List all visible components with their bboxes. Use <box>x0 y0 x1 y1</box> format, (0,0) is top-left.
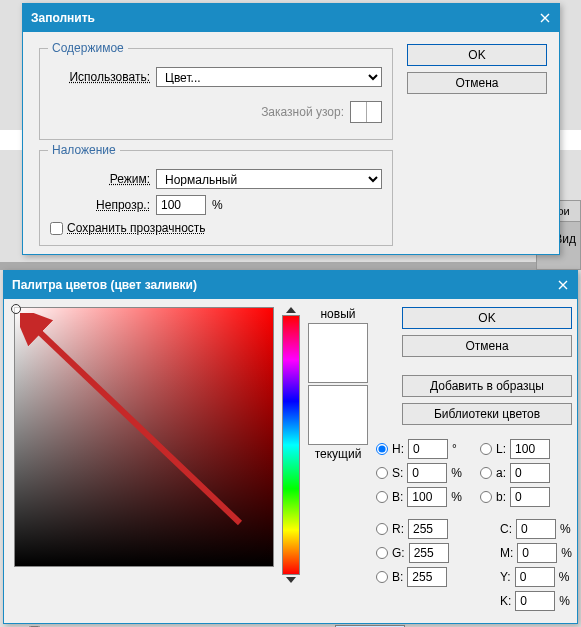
bv-radio[interactable] <box>376 491 388 503</box>
bv-label: B: <box>392 490 403 504</box>
c-label: C: <box>500 522 512 536</box>
new-color-swatch <box>308 323 368 383</box>
lab-b-label: b: <box>496 490 506 504</box>
svg-line-0 <box>32 325 240 523</box>
blend-group: Наложение Режим: Нормальный Непрозр.: % … <box>39 150 393 246</box>
k-label: K: <box>500 594 511 608</box>
cancel-button[interactable]: Отмена <box>407 72 547 94</box>
l-input[interactable] <box>510 439 550 459</box>
lab-b-radio[interactable] <box>480 491 492 503</box>
color-libraries-button[interactable]: Библиотеки цветов <box>402 403 572 425</box>
h-input[interactable] <box>408 439 448 459</box>
m-input[interactable] <box>517 543 557 563</box>
color-picker-dialog: Палитра цветов (цвет заливки) новый теку… <box>3 270 578 624</box>
close-icon[interactable] <box>531 4 559 32</box>
h-label: H: <box>392 442 404 456</box>
g-label: G: <box>392 546 405 560</box>
y-label: Y: <box>500 570 511 584</box>
s-input[interactable] <box>407 463 447 483</box>
ok-button[interactable]: OK <box>407 44 547 66</box>
use-label: Использовать: <box>50 70 150 84</box>
mode-label: Режим: <box>50 172 150 186</box>
g-radio[interactable] <box>376 547 388 559</box>
cancel-button[interactable]: Отмена <box>402 335 572 357</box>
r-input[interactable] <box>408 519 448 539</box>
hue-down-icon <box>286 577 296 583</box>
picker-titlebar: Палитра цветов (цвет заливки) <box>4 271 577 299</box>
close-icon[interactable] <box>549 271 577 299</box>
c-input[interactable] <box>516 519 556 539</box>
opacity-label: Непрозр.: <box>50 198 150 212</box>
fill-dialog: Заполнить Содержимое Использовать: Цвет.… <box>22 3 560 255</box>
k-input[interactable] <box>515 591 555 611</box>
s-radio[interactable] <box>376 467 388 479</box>
preserve-transparency-checkbox[interactable]: Сохранить прозрачность <box>50 221 382 235</box>
r-label: R: <box>392 522 404 536</box>
opacity-unit: % <box>212 198 223 212</box>
l-radio[interactable] <box>480 443 492 455</box>
a-label: a: <box>496 466 506 480</box>
fill-title: Заполнить <box>31 11 531 25</box>
a-radio[interactable] <box>480 467 492 479</box>
b-radio[interactable] <box>376 571 388 583</box>
y-input[interactable] <box>515 567 555 587</box>
h-radio[interactable] <box>376 443 388 455</box>
saturation-value-field[interactable] <box>14 307 274 567</box>
g-input[interactable] <box>409 543 449 563</box>
lab-b-input[interactable] <box>510 487 550 507</box>
r-radio[interactable] <box>376 523 388 535</box>
web-only-checkbox[interactable]: Только Web-цвета <box>16 619 158 627</box>
add-swatch-button[interactable]: Добавить в образцы <box>402 375 572 397</box>
use-select[interactable]: Цвет... <box>156 67 382 87</box>
annotation-arrow-icon <box>20 313 270 563</box>
hue-up-icon <box>286 307 296 313</box>
current-color-swatch[interactable] <box>308 385 368 445</box>
l-label: L: <box>496 442 506 456</box>
bv-input[interactable] <box>407 487 447 507</box>
picker-title: Палитра цветов (цвет заливки) <box>12 278 549 292</box>
s-label: S: <box>392 466 403 480</box>
opacity-input[interactable] <box>156 195 206 215</box>
a-input[interactable] <box>510 463 550 483</box>
blend-legend: Наложение <box>48 143 120 157</box>
pattern-swatch[interactable] <box>350 101 382 123</box>
content-legend: Содержимое <box>48 41 128 55</box>
b-input[interactable] <box>407 567 447 587</box>
new-label: новый <box>308 307 368 321</box>
m-label: M: <box>500 546 513 560</box>
current-label: текущий <box>308 447 368 461</box>
custom-pattern-label: Заказной узор: <box>261 105 344 119</box>
ok-button[interactable]: OK <box>402 307 572 329</box>
fill-titlebar: Заполнить <box>23 4 559 32</box>
hue-slider[interactable] <box>282 315 300 575</box>
content-group: Содержимое Использовать: Цвет... Заказно… <box>39 48 393 140</box>
mode-select[interactable]: Нормальный <box>156 169 382 189</box>
b-label: B: <box>392 570 403 584</box>
